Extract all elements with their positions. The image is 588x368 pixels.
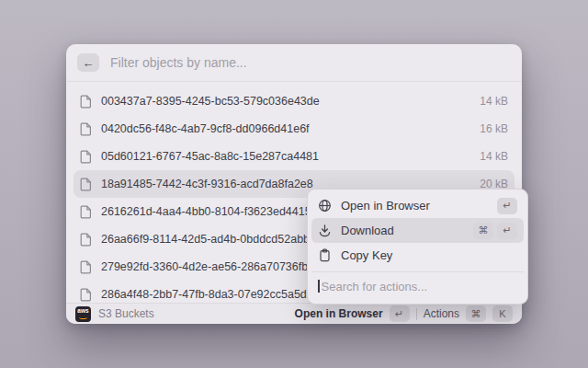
object-key: 2616261d-4aa4-4bb0-8104-f3623ed4415a [101,205,318,218]
object-size: 16 kB [480,122,508,135]
action-menu-item[interactable]: Download ⌘↵ [311,218,524,243]
object-key: 003437a7-8395-4245-bc53-579c036e43de [101,95,320,108]
aws-smile-icon [79,316,87,319]
key-badge: ⌘ [473,223,493,239]
file-icon [80,178,92,191]
shortcut-keys: ↵ [497,198,517,214]
file-icon [80,288,92,302]
search-bar: ← [66,44,522,82]
shortcut-keys: ⌘↵ [473,223,517,239]
footer-bar: aws S3 Buckets Open in Browser ↵ Actions… [66,303,522,324]
key-badge: ↵ [497,223,517,239]
object-list-item[interactable]: 05d60121-6767-45ac-8a8c-15e287ca4481 14 … [74,143,514,170]
launcher-window: ← 003437a7-8395-4245-bc53-579c036e43de 1… [66,44,522,324]
k-key-badge: K [492,305,513,322]
key-badge: ↵ [497,198,517,214]
return-key-badge: ↵ [390,305,410,322]
filter-objects-input[interactable] [108,54,511,71]
back-button[interactable]: ← [77,53,99,72]
back-arrow-icon: ← [83,57,95,69]
action-menu-item[interactable]: Copy Key [311,243,524,268]
action-search-input[interactable]: Search for actions... [311,272,524,300]
action-label: Copy Key [341,248,392,262]
globe-icon [318,199,332,213]
action-menu-items: Open in Browser ↵ Download ⌘↵ Copy Key [311,193,524,268]
file-icon [80,205,92,219]
action-menu: Open in Browser ↵ Download ⌘↵ Copy Key S… [307,189,528,305]
action-label: Open in Browser [341,199,430,213]
file-icon [80,260,92,274]
cmd-key-badge: ⌘ [466,305,486,322]
object-key: 18a91485-7442-4c3f-9316-acd7da8fa2e8 [101,178,313,190]
primary-action-button[interactable]: Open in Browser [295,307,383,320]
file-icon [80,95,92,109]
object-key: 279e92fd-3360-4d2e-ae56-286a70736fb2 [101,260,314,273]
object-key: 286a4f48-2bb7-47fb-8da3-07e92cc5a5d2 [101,288,313,301]
download-icon [318,224,332,237]
file-icon [80,122,92,136]
object-size: 14 kB [480,95,508,108]
object-list-item[interactable]: 003437a7-8395-4245-bc53-579c036e43de 14 … [74,87,514,115]
clipboard-icon [318,248,332,262]
object-key: 0420dc56-f48c-4ab7-9cf8-dd0966d41e6f [101,122,310,135]
file-icon [80,150,92,164]
object-list-item[interactable]: 0420dc56-f48c-4ab7-9cf8-dd0966d41e6f 16 … [74,115,514,143]
action-label: Download [341,224,394,237]
actions-button[interactable]: Actions [424,307,459,320]
action-menu-item[interactable]: Open in Browser ↵ [311,193,524,218]
text-caret [318,280,320,293]
footer-divider [416,308,417,320]
object-key: 05d60121-6767-45ac-8a8c-15e287ca4481 [101,150,319,163]
extension-name: S3 Buckets [98,307,154,320]
object-key: 26aa66f9-8114-42d5-ad4b-0bddcd52abba [101,233,316,246]
aws-logo-icon: aws [75,306,91,322]
object-size: 14 kB [480,150,508,163]
file-icon [80,233,92,247]
